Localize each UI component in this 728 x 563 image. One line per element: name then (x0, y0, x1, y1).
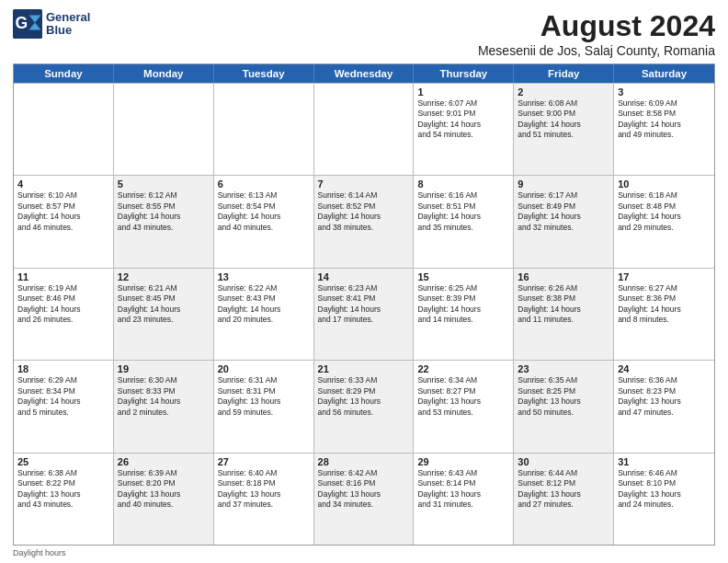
day-number: 22 (417, 363, 509, 374)
day-number: 31 (618, 456, 711, 467)
day-number: 10 (618, 178, 711, 190)
day-number: 12 (118, 271, 210, 282)
calendar-cell: 1Sunrise: 6:07 AM Sunset: 9:01 PM Daylig… (414, 84, 514, 175)
calendar-week-3: 11Sunrise: 6:19 AM Sunset: 8:46 PM Dayli… (14, 268, 714, 360)
calendar-cell: 2Sunrise: 6:08 AM Sunset: 9:00 PM Daylig… (514, 84, 614, 175)
day-number: 9 (518, 178, 609, 190)
calendar-cell: 6Sunrise: 6:13 AM Sunset: 8:54 PM Daylig… (214, 176, 314, 267)
day-number: 23 (518, 363, 609, 374)
day-info: Sunrise: 6:18 AM Sunset: 8:48 PM Dayligh… (618, 190, 711, 233)
calendar-week-2: 4Sunrise: 6:10 AM Sunset: 8:57 PM Daylig… (14, 175, 714, 267)
day-info: Sunrise: 6:33 AM Sunset: 8:29 PM Dayligh… (318, 375, 410, 418)
day-info: Sunrise: 6:16 AM Sunset: 8:51 PM Dayligh… (417, 190, 509, 233)
calendar-cell: 18Sunrise: 6:29 AM Sunset: 8:34 PM Dayli… (14, 361, 114, 452)
calendar-cell (114, 84, 214, 175)
day-info: Sunrise: 6:36 AM Sunset: 8:23 PM Dayligh… (618, 375, 711, 418)
calendar-cell: 10Sunrise: 6:18 AM Sunset: 8:48 PM Dayli… (614, 176, 714, 267)
svg-text:G: G (15, 14, 28, 32)
day-number: 18 (17, 363, 109, 374)
logo-icon: G (13, 9, 42, 39)
day-number: 19 (118, 363, 210, 374)
calendar-cell: 21Sunrise: 6:33 AM Sunset: 8:29 PM Dayli… (314, 361, 415, 452)
day-number: 29 (417, 456, 509, 467)
header-day-monday: Monday (114, 64, 214, 83)
day-info: Sunrise: 6:34 AM Sunset: 8:27 PM Dayligh… (417, 375, 509, 418)
logo-line2: Blue (46, 24, 90, 37)
day-number: 8 (417, 178, 509, 190)
calendar-cell (314, 84, 415, 175)
day-number: 11 (17, 271, 109, 282)
day-info: Sunrise: 6:25 AM Sunset: 8:39 PM Dayligh… (417, 283, 509, 326)
calendar-cell: 5Sunrise: 6:12 AM Sunset: 8:55 PM Daylig… (114, 176, 214, 267)
day-info: Sunrise: 6:13 AM Sunset: 8:54 PM Dayligh… (218, 190, 310, 233)
day-number: 4 (17, 178, 109, 190)
day-number: 13 (218, 271, 310, 282)
day-number: 21 (318, 363, 410, 374)
header-day-tuesday: Tuesday (214, 64, 314, 83)
calendar-cell: 19Sunrise: 6:30 AM Sunset: 8:33 PM Dayli… (114, 361, 214, 452)
day-number: 15 (417, 271, 509, 282)
day-number: 5 (118, 178, 210, 190)
day-number: 6 (218, 178, 310, 190)
day-number: 1 (417, 86, 509, 98)
day-info: Sunrise: 6:21 AM Sunset: 8:45 PM Dayligh… (118, 283, 210, 326)
footer: Daylight hours (13, 548, 715, 557)
calendar-week-4: 18Sunrise: 6:29 AM Sunset: 8:34 PM Dayli… (14, 360, 714, 452)
calendar-cell: 24Sunrise: 6:36 AM Sunset: 8:23 PM Dayli… (614, 361, 714, 452)
day-info: Sunrise: 6:40 AM Sunset: 8:18 PM Dayligh… (218, 468, 310, 511)
day-number: 17 (618, 271, 711, 282)
day-info: Sunrise: 6:08 AM Sunset: 9:00 PM Dayligh… (518, 98, 609, 141)
main-title: August 2024 (478, 9, 715, 43)
calendar-week-1: 1Sunrise: 6:07 AM Sunset: 9:01 PM Daylig… (14, 83, 714, 175)
calendar-cell: 11Sunrise: 6:19 AM Sunset: 8:46 PM Dayli… (14, 269, 114, 360)
day-number: 7 (318, 178, 410, 190)
calendar-cell: 22Sunrise: 6:34 AM Sunset: 8:27 PM Dayli… (414, 361, 514, 452)
calendar-cell: 16Sunrise: 6:26 AM Sunset: 8:38 PM Dayli… (514, 269, 614, 360)
day-info: Sunrise: 6:27 AM Sunset: 8:36 PM Dayligh… (618, 283, 711, 326)
footer-text: Daylight hours (13, 548, 66, 557)
day-number: 27 (218, 456, 310, 467)
calendar-cell: 7Sunrise: 6:14 AM Sunset: 8:52 PM Daylig… (314, 176, 415, 267)
calendar-cell: 13Sunrise: 6:22 AM Sunset: 8:43 PM Dayli… (214, 269, 314, 360)
day-info: Sunrise: 6:19 AM Sunset: 8:46 PM Dayligh… (17, 283, 109, 326)
day-number: 30 (518, 456, 609, 467)
day-number: 24 (618, 363, 711, 374)
calendar-cell: 12Sunrise: 6:21 AM Sunset: 8:45 PM Dayli… (114, 269, 214, 360)
calendar-cell (214, 84, 314, 175)
logo-line1: General (46, 11, 90, 24)
calendar-cell: 28Sunrise: 6:42 AM Sunset: 8:16 PM Dayli… (314, 454, 415, 545)
calendar-cell (14, 84, 114, 175)
header-day-wednesday: Wednesday (314, 64, 415, 83)
day-info: Sunrise: 6:26 AM Sunset: 8:38 PM Dayligh… (518, 283, 609, 326)
header-day-sunday: Sunday (14, 64, 114, 83)
subtitle: Mesesenii de Jos, Salaj County, Romania (478, 43, 715, 58)
day-info: Sunrise: 6:46 AM Sunset: 8:10 PM Dayligh… (618, 468, 711, 511)
day-info: Sunrise: 6:12 AM Sunset: 8:55 PM Dayligh… (118, 190, 210, 233)
day-number: 28 (318, 456, 410, 467)
calendar-cell: 31Sunrise: 6:46 AM Sunset: 8:10 PM Dayli… (614, 454, 714, 545)
logo: G General Blue (13, 9, 90, 39)
day-info: Sunrise: 6:22 AM Sunset: 8:43 PM Dayligh… (218, 283, 310, 326)
calendar-cell: 20Sunrise: 6:31 AM Sunset: 8:31 PM Dayli… (214, 361, 314, 452)
day-info: Sunrise: 6:35 AM Sunset: 8:25 PM Dayligh… (518, 375, 609, 418)
day-info: Sunrise: 6:23 AM Sunset: 8:41 PM Dayligh… (318, 283, 410, 326)
day-info: Sunrise: 6:07 AM Sunset: 9:01 PM Dayligh… (417, 98, 509, 141)
calendar-cell: 14Sunrise: 6:23 AM Sunset: 8:41 PM Dayli… (314, 269, 415, 360)
day-info: Sunrise: 6:17 AM Sunset: 8:49 PM Dayligh… (518, 190, 609, 233)
calendar-cell: 23Sunrise: 6:35 AM Sunset: 8:25 PM Dayli… (514, 361, 614, 452)
calendar-body: 1Sunrise: 6:07 AM Sunset: 9:01 PM Daylig… (14, 83, 714, 545)
day-number: 2 (518, 86, 609, 98)
day-info: Sunrise: 6:44 AM Sunset: 8:12 PM Dayligh… (518, 468, 609, 511)
header-day-friday: Friday (514, 64, 614, 83)
calendar-cell: 8Sunrise: 6:16 AM Sunset: 8:51 PM Daylig… (414, 176, 514, 267)
day-info: Sunrise: 6:42 AM Sunset: 8:16 PM Dayligh… (318, 468, 410, 511)
day-number: 25 (17, 456, 109, 467)
header-day-saturday: Saturday (614, 64, 714, 83)
calendar-week-5: 25Sunrise: 6:38 AM Sunset: 8:22 PM Dayli… (14, 453, 714, 545)
day-number: 26 (118, 456, 210, 467)
day-number: 14 (318, 271, 410, 282)
day-info: Sunrise: 6:38 AM Sunset: 8:22 PM Dayligh… (17, 468, 109, 511)
day-number: 3 (618, 86, 711, 98)
calendar-cell: 4Sunrise: 6:10 AM Sunset: 8:57 PM Daylig… (14, 176, 114, 267)
day-info: Sunrise: 6:30 AM Sunset: 8:33 PM Dayligh… (118, 375, 210, 418)
